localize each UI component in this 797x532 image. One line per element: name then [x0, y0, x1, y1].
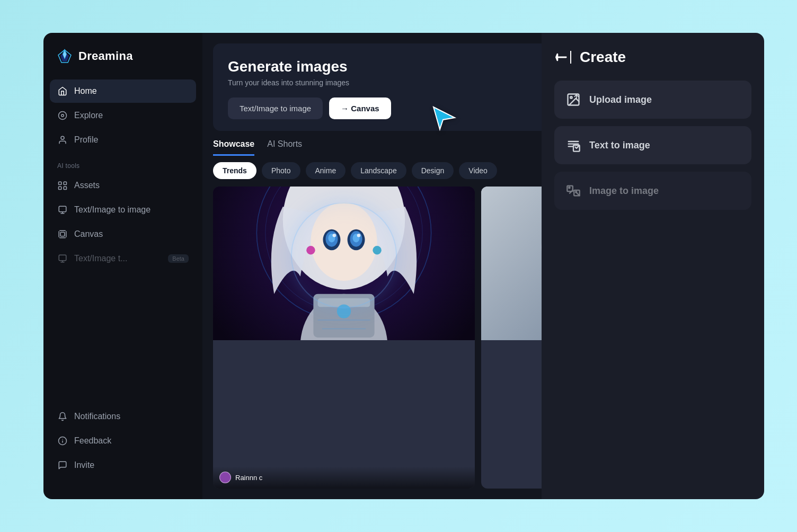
text-image-btn[interactable]: Text/Image to image: [228, 97, 323, 119]
text-gen-icon: [566, 138, 581, 153]
tab-ai-shorts[interactable]: AI Shorts: [267, 139, 302, 156]
nav-section: Home Explore Profile: [43, 79, 202, 405]
filter-landscape[interactable]: Landscape: [351, 162, 406, 179]
canvas-icon: [57, 229, 68, 240]
user-name-1: Rainnn c: [235, 474, 262, 482]
create-panel: Create Upload image: [542, 33, 764, 499]
invite-icon: [57, 460, 68, 471]
create-option-image-to-image: Image to image: [554, 172, 751, 210]
svg-point-63: [569, 187, 570, 188]
notifications-label: Notifications: [74, 412, 189, 421]
explore-label: Explore: [74, 111, 189, 120]
home-label: Home: [74, 86, 189, 96]
svg-rect-10: [64, 187, 66, 189]
tab-showcase[interactable]: Showcase: [213, 139, 254, 156]
assets-label: Assets: [74, 181, 189, 190]
sidebar-item-assets[interactable]: Assets: [50, 174, 196, 197]
beta-badge: Beta: [168, 254, 189, 263]
svg-point-5: [61, 114, 64, 117]
filter-photo[interactable]: Photo: [262, 162, 300, 179]
feedback-icon: [57, 436, 68, 446]
sidebar-item-home[interactable]: Home: [50, 79, 196, 103]
explore-icon: [57, 110, 68, 121]
svg-point-4: [59, 112, 67, 120]
svg-rect-9: [59, 187, 61, 189]
sidebar-item-text-image-beta[interactable]: Text/Image t... Beta: [50, 247, 196, 270]
filter-design[interactable]: Design: [412, 162, 454, 179]
upload-icon: [566, 92, 581, 107]
create-option-text-to-image[interactable]: Text to image: [554, 126, 751, 164]
svg-rect-11: [59, 206, 66, 212]
back-button[interactable]: [554, 50, 572, 65]
svg-point-60: [570, 96, 572, 99]
nav-bottom: Notifications Feedback Invite: [43, 405, 202, 484]
sidebar: Dreamina Home: [43, 33, 202, 499]
create-option-upload[interactable]: Upload image: [554, 81, 751, 119]
svg-rect-12: [60, 232, 65, 236]
sidebar-item-text-image[interactable]: Text/Image to image: [50, 198, 196, 221]
profile-label: Profile: [74, 135, 189, 145]
text-image-beta-label: Text/Image t...: [74, 254, 162, 263]
image-bg-1: [213, 187, 475, 340]
upload-image-label: Upload image: [589, 94, 652, 105]
assets-icon: [57, 180, 68, 191]
filter-anime[interactable]: Anime: [306, 162, 346, 179]
text-image-icon: [57, 205, 68, 215]
text-to-image-label: Text to image: [589, 140, 650, 151]
svg-rect-8: [64, 182, 66, 184]
svg-rect-13: [59, 255, 66, 261]
image-to-image-label: Image to image: [589, 185, 659, 197]
svg-point-6: [61, 136, 64, 139]
invite-label: Invite: [74, 460, 189, 470]
glow-circle: [291, 202, 397, 308]
image-card-1[interactable]: Rainnn c: [213, 187, 475, 489]
sidebar-item-notifications[interactable]: Notifications: [50, 405, 196, 428]
sidebar-item-feedback[interactable]: Feedback: [50, 429, 196, 453]
profile-icon: [57, 135, 68, 145]
svg-rect-7: [59, 182, 61, 184]
sidebar-item-explore[interactable]: Explore: [50, 104, 196, 127]
panel-header: Create: [554, 49, 751, 66]
back-separator: [569, 51, 572, 64]
bell-icon: [57, 411, 68, 422]
sidebar-item-invite[interactable]: Invite: [50, 454, 196, 477]
svg-marker-15: [433, 107, 455, 129]
image-overlay-1: Rainnn c: [213, 466, 475, 489]
sidebar-item-profile[interactable]: Profile: [50, 128, 196, 152]
sidebar-item-canvas[interactable]: Canvas: [50, 223, 196, 246]
canvas-btn-label: → Canvas: [341, 104, 379, 113]
logo-area: Dreamina: [43, 48, 202, 79]
dreamina-logo-icon: [56, 48, 73, 65]
text-image-label: Text/Image to image: [74, 205, 189, 215]
canvas-btn[interactable]: → Canvas: [329, 97, 391, 119]
app-name: Dreamina: [78, 49, 133, 63]
home-icon: [57, 86, 68, 96]
filter-trends[interactable]: Trends: [213, 162, 256, 179]
feedback-label: Feedback: [74, 436, 189, 446]
text-image-beta-icon: [57, 253, 68, 264]
filter-video[interactable]: Video: [459, 162, 497, 179]
ai-tools-label: AI tools: [50, 153, 196, 174]
user-avatar-1: [219, 472, 231, 483]
panel-title: Create: [580, 49, 626, 66]
img-to-img-icon: [566, 183, 581, 198]
canvas-label: Canvas: [74, 229, 189, 239]
card-inner-1: [213, 187, 475, 340]
